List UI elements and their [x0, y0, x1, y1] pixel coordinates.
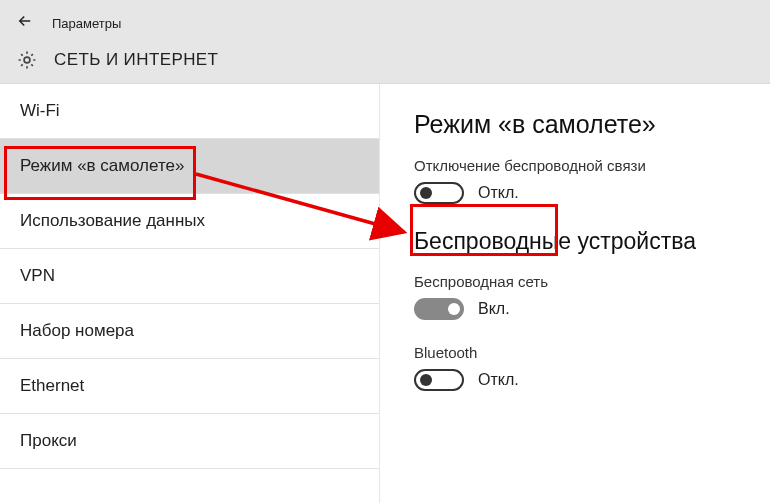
bluetooth-state: Откл.	[478, 371, 519, 389]
airplane-mode-toggle[interactable]	[414, 182, 464, 204]
sidebar-item-4[interactable]: Набор номера	[0, 304, 379, 359]
airplane-mode-label: Отключение беспроводной связи	[414, 157, 744, 174]
page-heading: Режим «в самолете»	[414, 110, 744, 139]
wifi-state: Вкл.	[478, 300, 510, 318]
sidebar-item-0[interactable]: Wi-Fi	[0, 84, 379, 139]
airplane-mode-row: Откл.	[414, 182, 744, 204]
content-pane: Режим «в самолете» Отключение беспроводн…	[380, 84, 770, 503]
sidebar-item-3[interactable]: VPN	[0, 249, 379, 304]
section-title: СЕТЬ И ИНТЕРНЕТ	[54, 50, 218, 70]
airplane-mode-state: Откл.	[478, 184, 519, 202]
bluetooth-toggle-label: Bluetooth	[414, 344, 744, 361]
wireless-devices-heading: Беспроводные устройства	[414, 228, 744, 255]
bluetooth-toggle[interactable]	[414, 369, 464, 391]
svg-point-0	[24, 57, 30, 63]
wifi-row: Вкл.	[414, 298, 744, 320]
gear-icon	[16, 49, 38, 71]
wifi-toggle[interactable]	[414, 298, 464, 320]
bluetooth-row: Откл.	[414, 369, 744, 391]
sidebar-item-6[interactable]: Прокси	[0, 414, 379, 469]
sidebar: Wi-FiРежим «в самолете»Использование дан…	[0, 84, 380, 503]
back-arrow-icon[interactable]	[16, 12, 34, 35]
sidebar-item-2[interactable]: Использование данных	[0, 194, 379, 249]
wifi-toggle-label: Беспроводная сеть	[414, 273, 744, 290]
sidebar-item-1[interactable]: Режим «в самолете»	[0, 139, 379, 194]
sidebar-item-5[interactable]: Ethernet	[0, 359, 379, 414]
window-title: Параметры	[52, 16, 121, 31]
settings-header: Параметры СЕТЬ И ИНТЕРНЕТ	[0, 0, 770, 84]
